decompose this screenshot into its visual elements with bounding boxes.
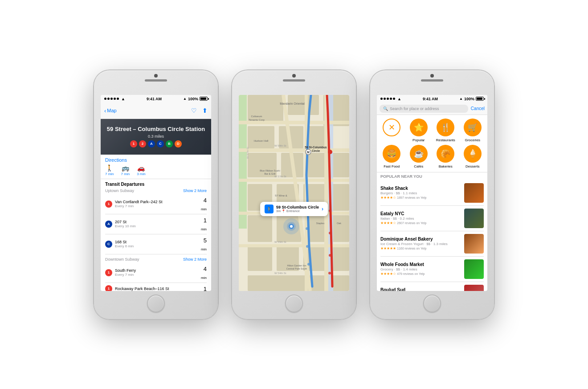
bakeries-label: Bakeries <box>439 164 453 168</box>
categories-grid: ✕ ⭐ Popular 🍴 Restaurants 🛒 Groceries <box>377 115 487 172</box>
signal-3-4 <box>390 98 392 100</box>
uptown-header: Uptown Subway Show 2 More <box>105 188 207 193</box>
svg-text:Central Park South: Central Park South <box>286 267 307 270</box>
category-cafes[interactable]: ☕ Cafés <box>407 145 431 168</box>
svg-rect-25 <box>239 184 247 229</box>
svg-text:Coliseum: Coliseum <box>251 115 262 118</box>
badge-d: D <box>175 140 182 147</box>
place-shake-shack[interactable]: Shake Shack Burgers · $$ · 1.1 miles ★★★… <box>380 180 484 206</box>
back-label-1: Map <box>107 108 116 113</box>
badge-a: A <box>148 140 155 147</box>
home-button-2[interactable] <box>285 295 303 312</box>
category-popular[interactable]: ⭐ Popular <box>407 119 431 142</box>
category-close[interactable]: ✕ <box>380 119 404 142</box>
phone-2-top <box>232 70 356 95</box>
popular-label: Popular <box>412 138 425 142</box>
camera-2 <box>292 74 296 78</box>
svg-rect-30 <box>239 244 349 247</box>
dominique-info: Dominique Ansel Bakery Ice Cream & Froze… <box>380 237 461 250</box>
signal-1 <box>104 98 106 100</box>
wifi-icon-3: ▲ <box>397 97 401 101</box>
callout-entrance: 📍 Entrance <box>282 209 300 213</box>
place-dominique[interactable]: Dominique Ansel Bakery Ice Cream & Froze… <box>380 231 484 257</box>
status-left-1: ▲ <box>104 97 125 101</box>
signal-5 <box>117 98 119 100</box>
phone-3-top <box>370 70 494 95</box>
callout-sub: 3m 📍 Entrance <box>276 209 319 213</box>
callout-title: 59 St-Columbus Circle <box>276 205 319 209</box>
transport-transit[interactable]: 🚌 7 min <box>121 164 130 176</box>
map-view[interactable]: M Mandarin Oriental Coliseum Tenants Cor… <box>239 95 349 291</box>
transport-drive[interactable]: 🚗 3 min <box>137 164 146 176</box>
place-eataly[interactable]: Eataly NYC Italian · $$ · 0.2 miles ★★★★… <box>380 206 484 231</box>
battery-label-1: 100% <box>188 97 198 101</box>
whole-foods-name: Whole Foods Market <box>380 262 461 267</box>
battery-fill-1 <box>200 98 206 100</box>
map-callout[interactable]: 🚶 59 St-Columbus Circle 3m 📍 Entrance › <box>260 202 328 216</box>
transport-walk[interactable]: 🚶 7 min <box>105 164 114 176</box>
cafes-icon-circle: ☕ <box>410 145 428 163</box>
home-button-1[interactable] <box>147 295 165 312</box>
transit-row-4[interactable]: 1 South Ferry Every 7 min 4 min <box>105 263 207 283</box>
transit-row-1[interactable]: 1 Van Cortlandt Park–242 St Every 7 min … <box>105 194 207 214</box>
svg-text:M: M <box>307 151 310 154</box>
category-bakeries[interactable]: 🥐 Bakeries <box>433 145 458 168</box>
drive-time: 3 min <box>137 172 146 176</box>
battery-icon-3 <box>476 97 484 101</box>
cafes-label: Cafés <box>414 164 423 168</box>
category-desserts[interactable]: 🍦 Desserts <box>461 145 485 168</box>
restaurants-label: Restaurants <box>436 138 455 142</box>
transit-row-info-2: 207 St Every 10 min <box>115 220 198 228</box>
camera-1 <box>154 74 158 78</box>
svg-rect-15 <box>248 215 272 242</box>
home-button-3[interactable] <box>423 295 441 312</box>
share-icon-1[interactable]: ⬆ <box>202 107 208 114</box>
search-bar[interactable]: 🔍 Search for place or address <box>380 105 468 113</box>
whole-foods-reviews: 479 reviews on Yelp <box>397 272 425 275</box>
svg-text:Hudson Hall: Hudson Hall <box>254 139 269 142</box>
route-time-badge-2: 1 min <box>201 216 207 232</box>
svg-point-40 <box>329 254 331 257</box>
svg-text:W 58th St: W 58th St <box>274 144 286 147</box>
transit-row-2[interactable]: A 207 St Every 10 min 1 min <box>105 214 207 234</box>
show-more-downtown[interactable]: Show 2 More <box>183 257 207 262</box>
heart-icon-1[interactable]: ♡ <box>191 107 197 114</box>
place-boulud[interactable]: Boulud Sud Mediterranean · $$$ · 2.1 mil… <box>380 282 484 291</box>
phone-1: ▲ 9:41 AM ▲ 100% ‹ Map ♡ <box>94 70 218 319</box>
svg-rect-31 <box>239 121 349 124</box>
time-1: 9:41 AM <box>147 97 162 101</box>
transit-row-5[interactable]: 1 Rockaway Park Beach–116 St 1 <box>105 283 207 291</box>
route-time-unit-2: min <box>201 227 207 231</box>
svg-text:Blue Ribbon Sushi: Blue Ribbon Sushi <box>260 169 280 172</box>
category-fastfood[interactable]: 🍔 Fast Food <box>380 145 404 168</box>
dominique-stars: ★★★★★ 1160 reviews on Yelp <box>380 246 461 250</box>
route-time-num-5: 1 <box>204 286 207 291</box>
svg-point-37 <box>307 263 310 266</box>
downtown-header: Downtown Subway Show 2 More <box>105 257 207 262</box>
route-freq-2: Every 10 min <box>115 224 198 228</box>
battery-icon-1 <box>200 97 208 101</box>
svg-point-45 <box>290 225 293 228</box>
route-time-badge-5: 1 <box>204 285 207 291</box>
category-restaurants[interactable]: 🍴 Restaurants <box>433 119 458 142</box>
phone-1-top <box>94 70 218 95</box>
place-whole-foods[interactable]: Whole Foods Market Grocery · $$ · 1.4 mi… <box>380 257 484 282</box>
eataly-name: Eataly NYC <box>380 211 461 216</box>
restaurants-icon-circle: 🍴 <box>437 119 454 136</box>
shake-shack-thumb <box>464 183 484 203</box>
fastfood-label: Fast Food <box>384 164 400 168</box>
popular-icon-circle: ⭐ <box>410 119 428 136</box>
svg-rect-9 <box>308 153 326 177</box>
phone-3: ▲ 9:41 AM ▲ 100% 🔍 Search for place or a… <box>370 70 494 319</box>
groceries-label: Groceries <box>465 138 480 142</box>
signal-3 <box>110 98 113 100</box>
back-button-1[interactable]: ‹ Map <box>104 107 117 114</box>
show-more-uptown[interactable]: Show 2 More <box>183 188 207 193</box>
shake-shack-meta: Burgers · $$ · 1.1 miles <box>380 191 461 195</box>
category-groceries[interactable]: 🛒 Groceries <box>461 119 485 142</box>
eataly-stars: ★★★★☆ 2607 reviews on Yelp <box>380 221 461 225</box>
transit-row-3[interactable]: C 168 St Every 6 min 5 min <box>105 234 207 254</box>
cancel-button[interactable]: Cancel <box>471 106 485 111</box>
svg-rect-1 <box>248 95 283 122</box>
nav-bar-1: ‹ Map ♡ ⬆ <box>101 103 211 119</box>
